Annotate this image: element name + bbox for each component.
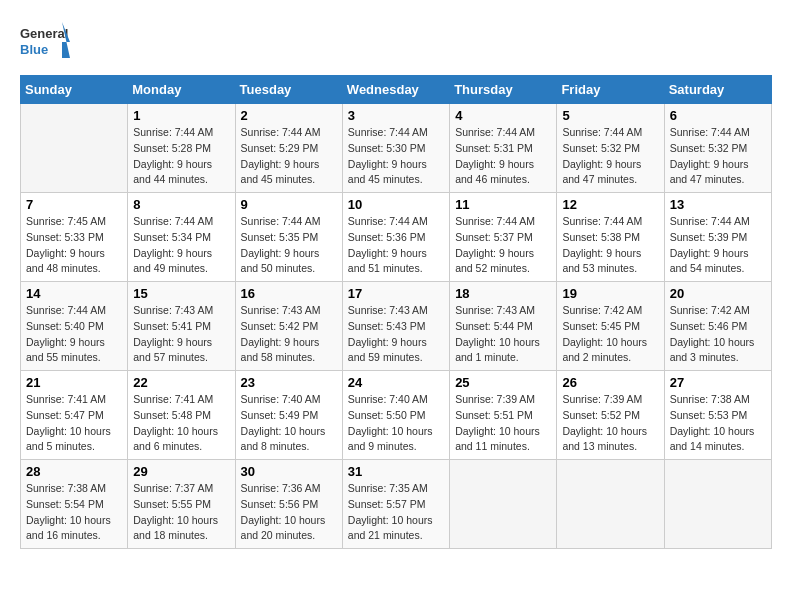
day-info: Sunrise: 7:44 AMSunset: 5:29 PMDaylight:… bbox=[241, 125, 337, 188]
col-header-tuesday: Tuesday bbox=[235, 76, 342, 104]
day-info: Sunrise: 7:44 AMSunset: 5:28 PMDaylight:… bbox=[133, 125, 229, 188]
calendar-cell: 1Sunrise: 7:44 AMSunset: 5:28 PMDaylight… bbox=[128, 104, 235, 193]
logo-svg: General Blue bbox=[20, 20, 70, 65]
col-header-friday: Friday bbox=[557, 76, 664, 104]
day-info: Sunrise: 7:39 AMSunset: 5:52 PMDaylight:… bbox=[562, 392, 658, 455]
day-info: Sunrise: 7:37 AMSunset: 5:55 PMDaylight:… bbox=[133, 481, 229, 544]
logo: General Blue bbox=[20, 20, 70, 65]
day-info: Sunrise: 7:44 AMSunset: 5:32 PMDaylight:… bbox=[562, 125, 658, 188]
day-number: 22 bbox=[133, 375, 229, 390]
day-info: Sunrise: 7:41 AMSunset: 5:47 PMDaylight:… bbox=[26, 392, 122, 455]
day-number: 8 bbox=[133, 197, 229, 212]
day-info: Sunrise: 7:36 AMSunset: 5:56 PMDaylight:… bbox=[241, 481, 337, 544]
calendar-cell: 29Sunrise: 7:37 AMSunset: 5:55 PMDayligh… bbox=[128, 460, 235, 549]
day-number: 31 bbox=[348, 464, 444, 479]
week-row-1: 1Sunrise: 7:44 AMSunset: 5:28 PMDaylight… bbox=[21, 104, 772, 193]
day-number: 21 bbox=[26, 375, 122, 390]
day-info: Sunrise: 7:44 AMSunset: 5:37 PMDaylight:… bbox=[455, 214, 551, 277]
day-info: Sunrise: 7:44 AMSunset: 5:30 PMDaylight:… bbox=[348, 125, 444, 188]
calendar-cell: 9Sunrise: 7:44 AMSunset: 5:35 PMDaylight… bbox=[235, 193, 342, 282]
day-info: Sunrise: 7:43 AMSunset: 5:44 PMDaylight:… bbox=[455, 303, 551, 366]
day-number: 7 bbox=[26, 197, 122, 212]
calendar-cell: 28Sunrise: 7:38 AMSunset: 5:54 PMDayligh… bbox=[21, 460, 128, 549]
calendar-cell: 23Sunrise: 7:40 AMSunset: 5:49 PMDayligh… bbox=[235, 371, 342, 460]
day-number: 5 bbox=[562, 108, 658, 123]
col-header-saturday: Saturday bbox=[664, 76, 771, 104]
day-number: 13 bbox=[670, 197, 766, 212]
day-number: 15 bbox=[133, 286, 229, 301]
day-info: Sunrise: 7:44 AMSunset: 5:31 PMDaylight:… bbox=[455, 125, 551, 188]
calendar-cell bbox=[21, 104, 128, 193]
page-header: General Blue bbox=[20, 20, 772, 65]
calendar-cell: 11Sunrise: 7:44 AMSunset: 5:37 PMDayligh… bbox=[450, 193, 557, 282]
calendar-cell: 26Sunrise: 7:39 AMSunset: 5:52 PMDayligh… bbox=[557, 371, 664, 460]
day-number: 19 bbox=[562, 286, 658, 301]
week-row-4: 21Sunrise: 7:41 AMSunset: 5:47 PMDayligh… bbox=[21, 371, 772, 460]
calendar-cell: 15Sunrise: 7:43 AMSunset: 5:41 PMDayligh… bbox=[128, 282, 235, 371]
day-number: 18 bbox=[455, 286, 551, 301]
day-info: Sunrise: 7:35 AMSunset: 5:57 PMDaylight:… bbox=[348, 481, 444, 544]
col-header-sunday: Sunday bbox=[21, 76, 128, 104]
day-number: 17 bbox=[348, 286, 444, 301]
day-number: 27 bbox=[670, 375, 766, 390]
calendar-cell bbox=[557, 460, 664, 549]
day-number: 14 bbox=[26, 286, 122, 301]
calendar-cell: 3Sunrise: 7:44 AMSunset: 5:30 PMDaylight… bbox=[342, 104, 449, 193]
calendar-cell: 22Sunrise: 7:41 AMSunset: 5:48 PMDayligh… bbox=[128, 371, 235, 460]
day-number: 28 bbox=[26, 464, 122, 479]
day-number: 30 bbox=[241, 464, 337, 479]
day-info: Sunrise: 7:42 AMSunset: 5:46 PMDaylight:… bbox=[670, 303, 766, 366]
day-number: 25 bbox=[455, 375, 551, 390]
calendar-cell: 6Sunrise: 7:44 AMSunset: 5:32 PMDaylight… bbox=[664, 104, 771, 193]
week-row-3: 14Sunrise: 7:44 AMSunset: 5:40 PMDayligh… bbox=[21, 282, 772, 371]
day-number: 4 bbox=[455, 108, 551, 123]
day-number: 20 bbox=[670, 286, 766, 301]
day-number: 26 bbox=[562, 375, 658, 390]
day-number: 10 bbox=[348, 197, 444, 212]
week-row-2: 7Sunrise: 7:45 AMSunset: 5:33 PMDaylight… bbox=[21, 193, 772, 282]
calendar-cell: 17Sunrise: 7:43 AMSunset: 5:43 PMDayligh… bbox=[342, 282, 449, 371]
calendar-cell: 14Sunrise: 7:44 AMSunset: 5:40 PMDayligh… bbox=[21, 282, 128, 371]
day-info: Sunrise: 7:44 AMSunset: 5:38 PMDaylight:… bbox=[562, 214, 658, 277]
week-row-5: 28Sunrise: 7:38 AMSunset: 5:54 PMDayligh… bbox=[21, 460, 772, 549]
calendar-cell: 13Sunrise: 7:44 AMSunset: 5:39 PMDayligh… bbox=[664, 193, 771, 282]
calendar-cell: 4Sunrise: 7:44 AMSunset: 5:31 PMDaylight… bbox=[450, 104, 557, 193]
col-header-monday: Monday bbox=[128, 76, 235, 104]
day-info: Sunrise: 7:42 AMSunset: 5:45 PMDaylight:… bbox=[562, 303, 658, 366]
day-number: 3 bbox=[348, 108, 444, 123]
calendar-cell: 2Sunrise: 7:44 AMSunset: 5:29 PMDaylight… bbox=[235, 104, 342, 193]
calendar-cell: 20Sunrise: 7:42 AMSunset: 5:46 PMDayligh… bbox=[664, 282, 771, 371]
day-number: 23 bbox=[241, 375, 337, 390]
day-info: Sunrise: 7:40 AMSunset: 5:50 PMDaylight:… bbox=[348, 392, 444, 455]
calendar-cell bbox=[664, 460, 771, 549]
svg-text:Blue: Blue bbox=[20, 42, 48, 57]
day-number: 1 bbox=[133, 108, 229, 123]
day-info: Sunrise: 7:43 AMSunset: 5:42 PMDaylight:… bbox=[241, 303, 337, 366]
calendar-cell: 19Sunrise: 7:42 AMSunset: 5:45 PMDayligh… bbox=[557, 282, 664, 371]
day-info: Sunrise: 7:38 AMSunset: 5:53 PMDaylight:… bbox=[670, 392, 766, 455]
calendar-cell: 5Sunrise: 7:44 AMSunset: 5:32 PMDaylight… bbox=[557, 104, 664, 193]
calendar-cell: 24Sunrise: 7:40 AMSunset: 5:50 PMDayligh… bbox=[342, 371, 449, 460]
day-info: Sunrise: 7:44 AMSunset: 5:34 PMDaylight:… bbox=[133, 214, 229, 277]
day-number: 16 bbox=[241, 286, 337, 301]
day-number: 24 bbox=[348, 375, 444, 390]
calendar-cell: 21Sunrise: 7:41 AMSunset: 5:47 PMDayligh… bbox=[21, 371, 128, 460]
day-number: 12 bbox=[562, 197, 658, 212]
calendar-cell: 16Sunrise: 7:43 AMSunset: 5:42 PMDayligh… bbox=[235, 282, 342, 371]
day-info: Sunrise: 7:41 AMSunset: 5:48 PMDaylight:… bbox=[133, 392, 229, 455]
calendar-cell: 31Sunrise: 7:35 AMSunset: 5:57 PMDayligh… bbox=[342, 460, 449, 549]
calendar-cell: 25Sunrise: 7:39 AMSunset: 5:51 PMDayligh… bbox=[450, 371, 557, 460]
day-info: Sunrise: 7:44 AMSunset: 5:40 PMDaylight:… bbox=[26, 303, 122, 366]
calendar-cell: 10Sunrise: 7:44 AMSunset: 5:36 PMDayligh… bbox=[342, 193, 449, 282]
day-info: Sunrise: 7:44 AMSunset: 5:35 PMDaylight:… bbox=[241, 214, 337, 277]
day-number: 9 bbox=[241, 197, 337, 212]
day-info: Sunrise: 7:44 AMSunset: 5:39 PMDaylight:… bbox=[670, 214, 766, 277]
day-number: 11 bbox=[455, 197, 551, 212]
calendar-cell: 12Sunrise: 7:44 AMSunset: 5:38 PMDayligh… bbox=[557, 193, 664, 282]
calendar-table: SundayMondayTuesdayWednesdayThursdayFrid… bbox=[20, 75, 772, 549]
day-number: 29 bbox=[133, 464, 229, 479]
day-info: Sunrise: 7:39 AMSunset: 5:51 PMDaylight:… bbox=[455, 392, 551, 455]
day-info: Sunrise: 7:44 AMSunset: 5:32 PMDaylight:… bbox=[670, 125, 766, 188]
col-header-thursday: Thursday bbox=[450, 76, 557, 104]
calendar-cell bbox=[450, 460, 557, 549]
